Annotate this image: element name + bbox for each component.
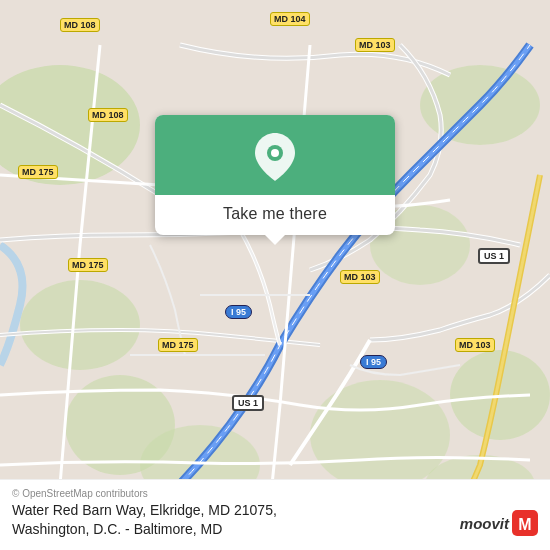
badge-i95a: I 95 bbox=[225, 305, 252, 319]
address-line2: Washington, D.C. - Baltimore, MD bbox=[12, 520, 277, 540]
bottom-bar: © OpenStreetMap contributors Water Red B… bbox=[0, 479, 550, 550]
moovit-icon: M bbox=[512, 510, 538, 536]
badge-md175b: MD 175 bbox=[68, 258, 108, 272]
svg-point-10 bbox=[271, 149, 279, 157]
badge-md108b: MD 108 bbox=[88, 108, 128, 122]
svg-point-3 bbox=[20, 280, 140, 370]
badge-md103b: MD 103 bbox=[340, 270, 380, 284]
badge-i95b: I 95 bbox=[360, 355, 387, 369]
svg-text:M: M bbox=[518, 516, 531, 533]
map-svg bbox=[0, 0, 550, 550]
badge-md103c: MD 103 bbox=[455, 338, 495, 352]
take-me-there-button[interactable]: Take me there bbox=[223, 205, 327, 223]
map-container: MD 104 MD 108 MD 108 MD 103 MD 103 MD 10… bbox=[0, 0, 550, 550]
badge-us1a: US 1 bbox=[478, 248, 510, 264]
badge-md175a: MD 175 bbox=[18, 165, 58, 179]
svg-point-5 bbox=[310, 380, 450, 490]
moovit-logo: moovit M bbox=[460, 510, 538, 536]
badge-us1b: US 1 bbox=[232, 395, 264, 411]
badge-md103a: MD 103 bbox=[355, 38, 395, 52]
address-line1: Water Red Barn Way, Elkridge, MD 21075, bbox=[12, 501, 277, 521]
location-pin-icon bbox=[255, 133, 295, 181]
attribution: © OpenStreetMap contributors bbox=[12, 488, 538, 499]
badge-md175c: MD 175 bbox=[158, 338, 198, 352]
moovit-brand-text: moovit bbox=[460, 515, 509, 532]
badge-md104: MD 104 bbox=[270, 12, 310, 26]
badge-md108a: MD 108 bbox=[60, 18, 100, 32]
popup-header bbox=[155, 115, 395, 195]
popup: Take me there bbox=[155, 115, 395, 235]
